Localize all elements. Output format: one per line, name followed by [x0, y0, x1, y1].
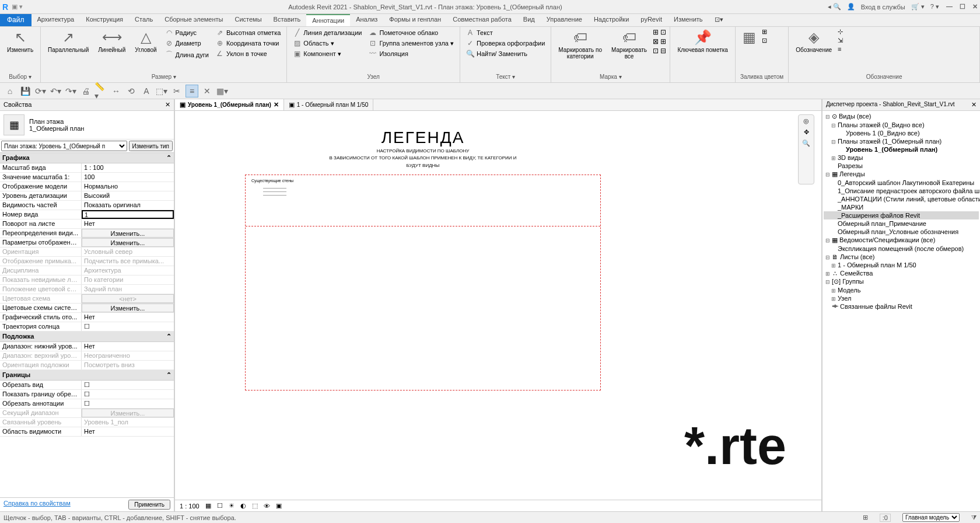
region[interactable]: ▨Область ▾	[290, 39, 364, 48]
sym-mini3[interactable]: ≡	[838, 46, 843, 53]
prop-row[interactable]: Видимость частейПоказать оригинал	[0, 201, 174, 210]
pan-icon[interactable]: ✥	[804, 128, 809, 136]
menu-анализ[interactable]: Анализ	[350, 14, 383, 26]
tree-node[interactable]: ⊟⊙Виды (все)	[824, 112, 979, 121]
tab-close-icon[interactable]: ✕	[274, 101, 279, 109]
prop-row[interactable]: Графический стиль ото...Нет	[0, 313, 174, 322]
prop-row[interactable]: Диапазон: верхний уров...Неограниченно	[0, 351, 174, 361]
prop-row[interactable]: Отображение моделиНормально	[0, 182, 174, 191]
tree-node[interactable]: ⊞Узел	[824, 294, 979, 302]
sym-mini[interactable]: ⊹	[838, 28, 843, 36]
tag-by-category[interactable]: 🏷Маркировать по категории	[555, 28, 606, 61]
type-selector[interactable]: План этажа: Уровень 1_(Обмерный п	[1, 141, 127, 151]
tree-node[interactable]: ⊟▦Ведомости/Спецификации (все)	[824, 236, 979, 245]
menu-⊡▾[interactable]: ⊡▾	[709, 14, 729, 26]
tree-node[interactable]: ⊞Модель	[824, 286, 979, 294]
apply-button[interactable]: Применить	[128, 500, 170, 510]
undo-icon[interactable]: ↶▾	[49, 85, 62, 97]
redo-icon[interactable]: ↷▾	[64, 85, 77, 97]
tree-node[interactable]: Уровень 1 (0_Видно все)	[824, 129, 979, 137]
main-model-selector[interactable]: Главная модель	[902, 513, 960, 522]
scale-selector[interactable]: 1 : 100	[180, 503, 200, 510]
properties-close-icon[interactable]: ✕	[165, 101, 170, 109]
prop-row[interactable]: Масштаб вида1 : 100	[0, 163, 174, 173]
home-icon[interactable]: ⌂	[4, 85, 16, 97]
text-button[interactable]: AТекст	[464, 28, 547, 37]
prop-category[interactable]: Подложка⌃	[0, 332, 174, 342]
radial-dim[interactable]: ◠Радиус	[163, 28, 211, 37]
prop-row[interactable]: ДисциплинаАрхитектура	[0, 266, 174, 276]
tree-node[interactable]: _Расширения файлов Revit	[824, 211, 979, 219]
menu-изменить[interactable]: Изменить	[668, 14, 709, 26]
tree-node[interactable]: ⊟Планы этажей (0_Видно все)	[824, 121, 979, 129]
navigation-bar[interactable]: ◎ ✥ 🔍	[798, 114, 814, 184]
color-fill-button[interactable]: ▦	[739, 28, 760, 47]
properties-help-link[interactable]: Справка по свойствам	[4, 500, 71, 510]
close-button[interactable]: ✕	[972, 3, 978, 11]
menu-сборные элементы[interactable]: Сборные элементы	[159, 14, 229, 26]
sun-path-icon[interactable]: ☀	[229, 502, 235, 510]
tree-node[interactable]: Уровень 1_(Обмерный план)	[824, 145, 979, 154]
prop-row[interactable]: Диапазон: нижний уров...Нет	[0, 342, 174, 351]
tree-node[interactable]: ⊞3D виды	[824, 154, 979, 162]
visual-style-icon[interactable]: ☐	[217, 502, 223, 510]
tree-node[interactable]: Разрезы	[824, 162, 979, 170]
menu-сталь[interactable]: Сталь	[129, 14, 159, 26]
close-hidden-icon[interactable]: ✕	[201, 85, 214, 97]
spot-elevation[interactable]: ⇗Высотная отметка	[214, 28, 283, 37]
revision-cloud[interactable]: ☁Пометочное облако	[366, 28, 456, 37]
tree-node[interactable]: ⊞1 - Обмерный план М 1/50	[824, 261, 979, 269]
spell-check[interactable]: ✓Проверка орфографии	[464, 39, 547, 48]
file-tab[interactable]: Файл	[0, 14, 32, 26]
tree-node[interactable]: Обмерный план_Условные обозначения	[824, 228, 979, 236]
crop-icon[interactable]: ⬚	[252, 502, 258, 510]
worksets-icon[interactable]: ⊞	[863, 514, 868, 521]
tree-node[interactable]: Обмерный план_Примечание	[824, 219, 979, 228]
diameter-dim[interactable]: ⊘Диаметр	[163, 39, 211, 48]
prop-row[interactable]: Параметры отображени...Изменить...	[0, 238, 174, 247]
tree-node[interactable]: ⊟🗎Листы (все)	[824, 253, 979, 261]
section-icon[interactable]: ✂	[170, 85, 183, 97]
login-link[interactable]: Вход в службы	[861, 4, 905, 11]
view-tab[interactable]: ▣ 1 - Обмерный план М 1/50	[284, 99, 374, 110]
align-icon[interactable]: ↔	[110, 85, 123, 97]
user-icon[interactable]: 👤	[847, 3, 855, 11]
prop-category[interactable]: Границы⌃	[0, 370, 174, 381]
crop-region[interactable]: Существующие стены —————————————————————…	[245, 175, 601, 390]
prop-row[interactable]: Положение цветовой сх...Задний план	[0, 285, 174, 294]
prop-row[interactable]: Траектория солнца☐	[0, 322, 174, 332]
3d-icon[interactable]: ⬚▾	[155, 85, 168, 97]
color-mini-icon[interactable]: ⊞	[762, 28, 767, 36]
prop-row[interactable]: Значение масштаба 1:100	[0, 173, 174, 182]
linear-dim[interactable]: ⟷Линейный	[94, 28, 129, 60]
menu-аннотации[interactable]: Аннотации	[306, 14, 350, 26]
tree-node[interactable]: Экспликация помещений (после обмеров)	[824, 245, 979, 253]
reveal-icon[interactable]: ▣	[276, 502, 282, 510]
tree-node[interactable]: ⬲Связанные файлы Revit	[824, 302, 979, 311]
sync-icon[interactable]: ⟳▾	[34, 85, 47, 97]
shadows-icon[interactable]: ◐	[240, 502, 246, 510]
angular-dim[interactable]: △Угловой	[131, 28, 160, 60]
switch-windows-icon[interactable]: ▦▾	[216, 85, 229, 97]
editing-requests[interactable]: :0	[880, 514, 891, 522]
component[interactable]: ▣Компонент ▾	[290, 49, 364, 58]
spot-coordinate[interactable]: ⊕Координата точки	[214, 39, 283, 48]
prop-row[interactable]: Обрезать аннотации☐	[0, 399, 174, 409]
sym-mini2[interactable]: ⇲	[838, 37, 843, 44]
zoom-icon[interactable]: 🔍	[802, 140, 810, 147]
prop-row[interactable]: Уровень детализацииВысокий	[0, 191, 174, 201]
prop-row[interactable]: Цветовая схема<нет>	[0, 294, 174, 304]
find-replace[interactable]: 🔍Найти/ Заменить	[464, 49, 547, 58]
text-icon[interactable]: A	[140, 85, 153, 97]
canvas[interactable]: ◎ ✥ 🔍 ЛЕГЕНДА НАСТРОЙКА ВИДИМОСТИ ПО ШАБ…	[175, 111, 821, 500]
prop-row[interactable]: Отображение примыка...Подчистить все при…	[0, 257, 174, 266]
edit-type-button[interactable]: Изменить тип	[129, 141, 173, 151]
modify-button[interactable]: ↖Изменить	[4, 28, 37, 54]
insulation[interactable]: 〰Изоляция	[366, 49, 456, 58]
menu-pyrevit[interactable]: pyRevit	[635, 14, 668, 26]
prop-row[interactable]: Секущий диапазонИзменить...	[0, 409, 174, 418]
prop-row[interactable]: Номер вида1	[0, 210, 174, 219]
browser-close-icon[interactable]: ✕	[971, 101, 977, 109]
tree-node[interactable]: ⊞⛬Семейства	[824, 269, 979, 277]
minimize-button[interactable]: —	[946, 3, 953, 11]
